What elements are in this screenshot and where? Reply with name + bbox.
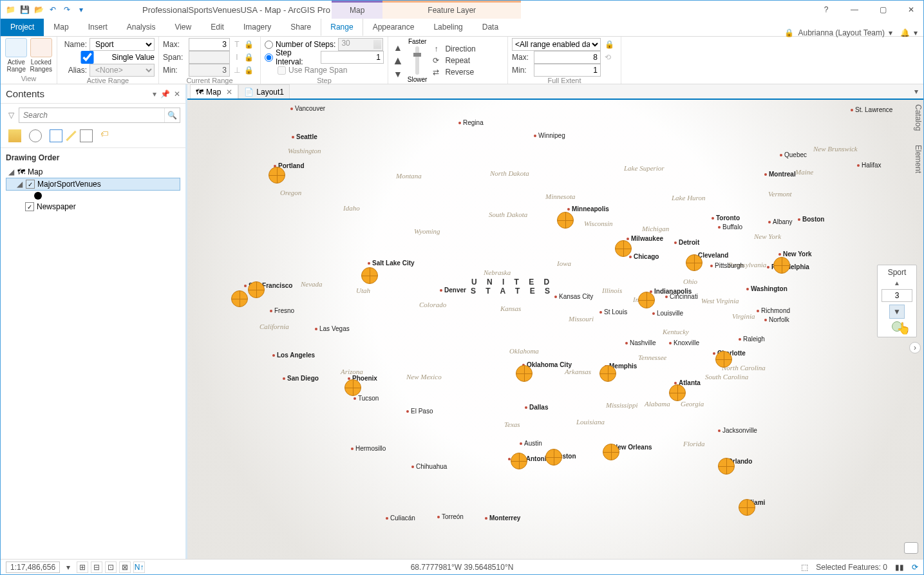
list-by-editing-icon[interactable] xyxy=(66,131,76,141)
layer-visibility-checkbox[interactable]: ✓ xyxy=(26,180,35,189)
project-icon[interactable]: 📁 xyxy=(5,4,16,15)
full-extent-select[interactable]: <All range enabled data> xyxy=(512,38,601,51)
max-lock2-icon[interactable]: 🔒 xyxy=(244,40,253,49)
filter-icon[interactable]: ▽ xyxy=(6,111,16,120)
list-by-source-icon[interactable] xyxy=(29,129,42,142)
step-up-button[interactable]: ▲ xyxy=(393,42,402,53)
venue-marker[interactable] xyxy=(344,379,361,396)
venue-marker[interactable] xyxy=(686,254,702,271)
venue-marker[interactable] xyxy=(557,212,574,229)
close-icon[interactable]: ✕ xyxy=(903,5,919,14)
play-button[interactable]: ▲ xyxy=(392,54,404,68)
scale-dropdown-icon[interactable]: ▾ xyxy=(66,563,70,572)
tab-insert[interactable]: Insert xyxy=(79,18,117,36)
venue-marker[interactable] xyxy=(715,351,732,368)
step-down-button[interactable]: ▼ xyxy=(393,69,402,79)
range-value-input[interactable] xyxy=(882,289,912,302)
venue-marker[interactable] xyxy=(361,267,378,284)
qat-dropdown-icon[interactable]: ▾ xyxy=(75,4,87,15)
venue-marker[interactable] xyxy=(545,449,562,466)
tab-map[interactable]: Map xyxy=(44,18,78,36)
view-menu-icon[interactable]: ▾ xyxy=(909,87,923,96)
list-by-labeling-icon[interactable]: 🏷 xyxy=(100,129,113,142)
tab-appearance[interactable]: Appearance xyxy=(363,18,424,36)
max-lock-icon[interactable]: T xyxy=(232,40,241,49)
venue-marker[interactable] xyxy=(516,365,533,382)
tab-close-icon[interactable]: ✕ xyxy=(226,88,232,97)
layout-tab[interactable]: 📄Layout1 xyxy=(238,84,290,99)
direction-icon[interactable]: ↑ xyxy=(431,44,441,53)
undo-icon[interactable]: ↶ xyxy=(47,4,59,15)
scale-selector[interactable]: 1:17,486,656 xyxy=(6,561,60,573)
contents-menu-icon[interactable]: ▾ xyxy=(153,90,156,99)
contents-close-icon[interactable]: ✕ xyxy=(174,90,180,99)
save-icon[interactable]: 💾 xyxy=(19,4,30,15)
venue-marker[interactable] xyxy=(615,240,632,257)
venue-marker[interactable] xyxy=(269,167,285,184)
element-tab[interactable]: Element xyxy=(910,141,924,177)
venue-marker[interactable] xyxy=(773,257,790,274)
tab-analysis[interactable]: Analysis xyxy=(117,18,165,36)
tab-labeling[interactable]: Labeling xyxy=(424,18,472,36)
repeat-icon[interactable]: ⟳ xyxy=(431,56,441,65)
reverse-icon[interactable]: ⇄ xyxy=(431,68,441,77)
tree-layer-majorsportvenues[interactable]: ◢✓MajorSportVenues xyxy=(6,178,180,191)
refresh-icon[interactable]: ⟳ xyxy=(912,563,918,572)
guides-icon[interactable]: ⊡ xyxy=(105,561,117,573)
single-value-checkbox[interactable] xyxy=(65,51,109,64)
user-name[interactable]: Aubrianna (Layout Team) xyxy=(798,28,885,37)
notifications-icon[interactable]: 🔔 xyxy=(900,28,910,37)
search-input[interactable] xyxy=(19,108,164,122)
dynamic-icon[interactable]: ⊠ xyxy=(119,561,131,573)
notifications-dropdown-icon[interactable]: ▾ xyxy=(914,28,918,37)
step-interval-radio[interactable] xyxy=(265,53,273,62)
selection-icon[interactable]: ⬚ xyxy=(801,563,808,572)
redo-icon[interactable]: ↷ xyxy=(61,4,73,15)
max-input[interactable] xyxy=(189,38,230,51)
tab-view[interactable]: View xyxy=(165,18,201,36)
restore-icon[interactable]: ⟲ xyxy=(605,53,614,62)
tab-range[interactable]: Range xyxy=(321,18,363,36)
grid-icon[interactable]: ⊟ xyxy=(91,561,102,573)
step-interval-input[interactable] xyxy=(321,51,384,64)
full-min-input[interactable] xyxy=(534,64,601,77)
contents-pin-icon[interactable]: 📌 xyxy=(160,90,170,99)
list-by-drawing-icon[interactable] xyxy=(8,129,21,142)
range-globe-icon[interactable] xyxy=(892,321,902,332)
venue-marker[interactable] xyxy=(718,458,735,475)
speed-slider[interactable] xyxy=(415,46,419,75)
open-icon[interactable]: 📂 xyxy=(33,4,44,15)
tree-layer-newspaper[interactable]: ◢✓Newspaper xyxy=(6,201,180,212)
north-icon[interactable]: N↑ xyxy=(133,561,145,573)
tab-share[interactable]: Share xyxy=(281,18,321,36)
list-by-snapping-icon[interactable] xyxy=(80,129,93,142)
venue-marker[interactable] xyxy=(669,384,686,401)
full-extent-lock-icon[interactable]: 🔒 xyxy=(605,40,614,49)
messages-icon[interactable] xyxy=(904,542,918,554)
venue-marker[interactable] xyxy=(599,365,616,382)
range-down-button[interactable]: ▼ xyxy=(889,305,905,319)
maximize-icon[interactable]: ▢ xyxy=(874,5,891,14)
venue-marker[interactable] xyxy=(739,499,755,516)
venue-marker[interactable] xyxy=(603,444,619,460)
tab-edit[interactable]: Edit xyxy=(201,18,234,36)
layer-visibility-checkbox[interactable]: ✓ xyxy=(25,202,34,211)
catalog-tab[interactable]: Catalog xyxy=(910,100,924,135)
pause-drawing-icon[interactable]: ▮▮ xyxy=(895,563,904,572)
list-by-selection-icon[interactable] xyxy=(50,129,62,142)
tree-symbol[interactable] xyxy=(6,191,180,201)
tab-imagery[interactable]: Imagery xyxy=(234,18,281,36)
venue-marker[interactable] xyxy=(638,292,655,308)
tab-data[interactable]: Data xyxy=(473,18,508,36)
name-select[interactable]: Sport xyxy=(90,38,155,51)
tree-map-item[interactable]: ◢🗺Map xyxy=(6,166,180,178)
alias-select[interactable]: <None> xyxy=(90,64,155,77)
venue-marker[interactable] xyxy=(511,453,527,469)
expand-icon[interactable]: › xyxy=(909,342,921,353)
venue-marker[interactable] xyxy=(248,281,265,298)
locked-ranges-button[interactable]: Locked Ranges xyxy=(30,38,53,73)
range-up-icon[interactable]: ▲ xyxy=(880,279,914,287)
map-canvas[interactable]: U N I T E D S T A T E S WashingtonOregon… xyxy=(187,100,923,559)
venue-marker[interactable] xyxy=(231,290,248,307)
search-icon[interactable]: 🔍 xyxy=(164,108,180,122)
